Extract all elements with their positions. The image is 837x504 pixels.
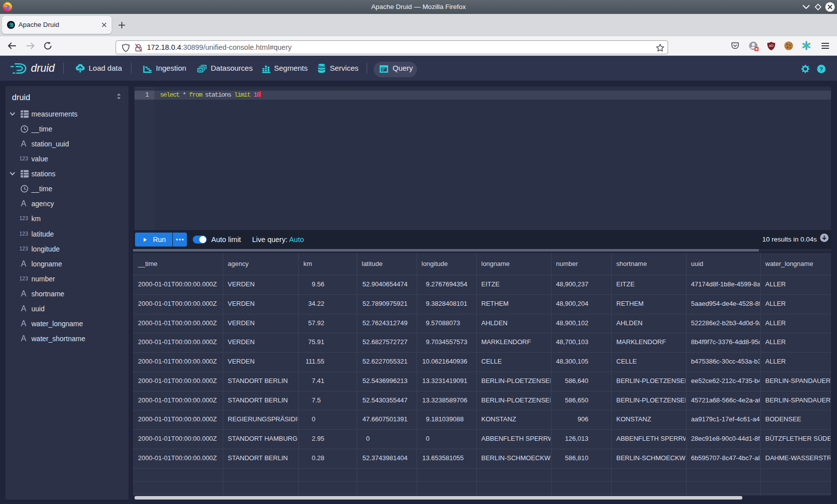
svg-text:uO: uO: [769, 44, 774, 47]
svg-text:?: ?: [820, 66, 823, 72]
